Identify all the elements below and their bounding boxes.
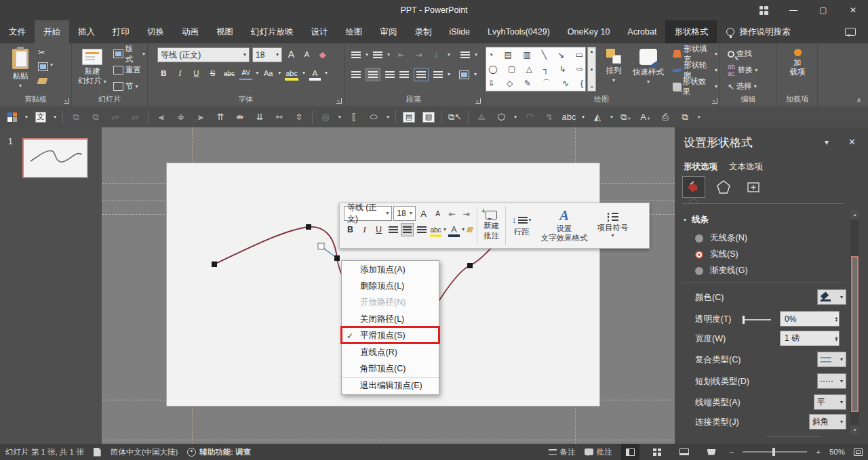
- size-properties-tab[interactable]: [742, 176, 765, 198]
- tab-lvyhtools[interactable]: LvyhTools(0429): [479, 20, 559, 43]
- bezier-control-handle[interactable]: [318, 243, 324, 249]
- strikethrough-button[interactable]: S: [206, 66, 219, 80]
- distribute-vertical-icon[interactable]: ⇳: [292, 110, 306, 124]
- mini-text-effects-button[interactable]: A 设置 文字效果格式: [536, 203, 593, 248]
- tab-onekey[interactable]: OneKey 10: [559, 20, 619, 43]
- slide-canvas[interactable]: 等线 (正文)▾ 18▾ A A ⇤ ⇥ B I U abc ▾ A: [102, 127, 675, 444]
- tab-print[interactable]: 打印: [104, 20, 138, 43]
- line-spacing-button[interactable]: ↕: [430, 48, 443, 62]
- compound-type-dropdown[interactable]: ▾: [817, 352, 846, 367]
- fit-to-window-icon[interactable]: [854, 448, 863, 456]
- slide-sorter-view-button[interactable]: [648, 444, 667, 460]
- zoom-out-button[interactable]: −: [730, 448, 734, 456]
- align-right-button[interactable]: [385, 71, 395, 78]
- new-slide-button[interactable]: 新建幻灯片 ▾: [75, 45, 110, 93]
- dash-type-dropdown[interactable]: ▾: [817, 373, 846, 389]
- arrange-button[interactable]: 排列▾: [600, 45, 627, 93]
- shape-gallery-scroll[interactable]: ▴▾≡: [587, 47, 596, 91]
- align-left-button[interactable]: [351, 71, 361, 78]
- character-spacing-button[interactable]: AV: [239, 66, 252, 80]
- shape-fill-button[interactable]: 形状填充▾: [671, 47, 719, 61]
- effects-tab[interactable]: [712, 176, 735, 198]
- mini-font-size-combo[interactable]: 18▾: [393, 206, 416, 221]
- slide-thumbnail[interactable]: [22, 138, 88, 178]
- paragraph-dialog-launcher[interactable]: [475, 98, 481, 104]
- mini-font-color-dropdown[interactable]: ▾: [462, 227, 465, 232]
- menu-item-straight-point[interactable]: 直线点(R): [342, 344, 439, 360]
- merge-objects-icon[interactable]: ▱: [128, 110, 142, 124]
- menu-item-close-path[interactable]: 关闭路径(L): [342, 311, 439, 327]
- shape-merge-dropdown[interactable]: ▾: [387, 114, 389, 120]
- combine-shapes-dropdown[interactable]: ▾: [338, 114, 341, 120]
- select-button[interactable]: ↖选择▾: [726, 79, 759, 93]
- convert-smartart-button[interactable]: [459, 70, 469, 79]
- font-size-combo[interactable]: 18▾: [252, 47, 282, 62]
- align-bottom-objects-icon[interactable]: ⇊: [253, 110, 267, 124]
- mini-grow-font-button[interactable]: A: [417, 207, 430, 220]
- align-center-objects-icon[interactable]: ≑: [174, 110, 188, 124]
- panel-close-icon[interactable]: ✕: [848, 137, 856, 147]
- font-family-combo[interactable]: 等线 (正文)▾: [157, 47, 250, 62]
- align-left-objects-icon[interactable]: ⫷: [155, 110, 168, 124]
- cap-type-dropdown[interactable]: 平▾: [814, 394, 846, 410]
- justify-button[interactable]: [399, 71, 409, 78]
- minimize-button[interactable]: —: [778, 0, 808, 20]
- ribbon-display-options-icon[interactable]: [749, 0, 778, 20]
- increase-indent-button[interactable]: ⇥: [412, 48, 425, 62]
- zoom-level[interactable]: 50%: [829, 448, 845, 456]
- text-tool-dropdown[interactable]: ▾: [54, 114, 56, 120]
- mini-line-spacing-button[interactable]: ↕▾ 行距: [507, 203, 536, 248]
- close-button[interactable]: ✕: [838, 0, 868, 20]
- group-objects-icon[interactable]: ⧉: [69, 110, 83, 124]
- mini-bold-button[interactable]: B: [344, 223, 357, 236]
- slide-counter[interactable]: 幻灯片 第 1 张, 共 1 张: [5, 447, 84, 457]
- menu-item-add-point[interactable]: 添加顶点(A): [342, 262, 439, 278]
- vertex-2[interactable]: [306, 224, 311, 230]
- cut-button[interactable]: ✂: [38, 47, 45, 58]
- highlight-color-dropdown[interactable]: ▾: [302, 70, 305, 76]
- scroll-down-icon[interactable]: ▾: [850, 425, 859, 435]
- width-spinner[interactable]: 1 磅 ▴▾: [780, 331, 840, 346]
- arc-tool-icon[interactable]: ◠: [523, 110, 536, 124]
- collapse-ribbon-button[interactable]: ∧: [856, 96, 861, 104]
- shape-merge-icon[interactable]: ⬭: [367, 110, 380, 124]
- tab-file[interactable]: 文件: [0, 20, 35, 43]
- join-type-dropdown[interactable]: 斜角▾: [809, 414, 846, 430]
- proofing-status-icon[interactable]: [94, 448, 101, 457]
- mini-font-family-combo[interactable]: 等线 (正文)▾: [344, 206, 392, 221]
- align-middle-objects-icon[interactable]: ⇹: [233, 110, 247, 124]
- text-tool-icon[interactable]: 文: [34, 110, 47, 124]
- picture-layout2-icon[interactable]: ▧: [422, 110, 435, 124]
- slider-thumb[interactable]: [743, 316, 745, 324]
- tab-shape-options[interactable]: 形状选项: [684, 161, 717, 173]
- comments-toggle[interactable]: 批注: [585, 447, 612, 457]
- quick-styles-button[interactable]: 快速样式▾: [629, 45, 668, 93]
- regroup-objects-icon[interactable]: ⧉: [89, 110, 102, 124]
- size-bracket-icon[interactable]: ⟦: [347, 110, 361, 124]
- numbering-button[interactable]: [373, 51, 382, 58]
- change-shape-icon[interactable]: ⧉↖: [448, 110, 462, 124]
- radio-solid-line[interactable]: 实线(S): [695, 249, 738, 260]
- tab-draw[interactable]: 绘图: [337, 20, 372, 43]
- freeform-icon[interactable]: ⟁: [475, 110, 488, 124]
- layout-button[interactable]: 版式▾: [111, 47, 147, 61]
- tell-me-search[interactable]: 操作说明搜索: [717, 20, 800, 43]
- gradient-dropdown[interactable]: ▾: [610, 114, 613, 120]
- gradient-icon[interactable]: ◭: [591, 110, 604, 124]
- zoom-in-button[interactable]: +: [816, 448, 821, 456]
- panel-chevron-icon[interactable]: ▾: [825, 138, 829, 147]
- clear-formatting-button[interactable]: ◆: [316, 47, 329, 61]
- drawing-dialog-launcher[interactable]: [712, 98, 717, 104]
- mini-align-right-button[interactable]: [415, 223, 428, 236]
- radio-no-line[interactable]: 无线条(N): [695, 232, 747, 244]
- zoom-slider[interactable]: [743, 451, 807, 453]
- align-center-button[interactable]: [366, 68, 380, 81]
- font-color-dropdown[interactable]: ▾: [325, 70, 328, 76]
- mini-highlight-button[interactable]: abc: [429, 223, 442, 236]
- language-status[interactable]: 简体中文(中国大陆): [111, 447, 178, 457]
- scrollbar-thumb[interactable]: [851, 256, 859, 412]
- reset-button[interactable]: 重置: [111, 63, 143, 77]
- menu-item-exit-edit[interactable]: 退出编辑顶点(E): [342, 377, 439, 394]
- screen-tool-icon[interactable]: ⎙: [658, 110, 672, 124]
- format-painter-button[interactable]: [38, 77, 47, 85]
